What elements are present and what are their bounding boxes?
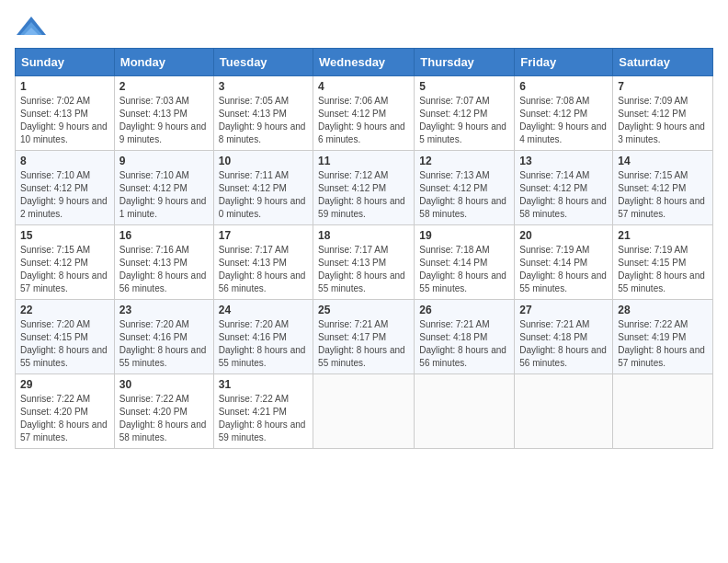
day-info: Sunrise: 7:12 AMSunset: 4:12 PMDaylight:… xyxy=(318,170,405,219)
calendar-cell xyxy=(515,374,613,449)
calendar-cell: 3Sunrise: 7:05 AMSunset: 4:13 PMDaylight… xyxy=(213,76,313,151)
day-number: 26 xyxy=(419,304,509,316)
header-day-thursday: Thursday xyxy=(415,49,515,76)
day-info: Sunrise: 7:20 AMSunset: 4:16 PMDaylight:… xyxy=(119,319,207,368)
day-info: Sunrise: 7:11 AMSunset: 4:12 PMDaylight:… xyxy=(219,170,306,219)
calendar-cell: 7Sunrise: 7:09 AMSunset: 4:12 PMDaylight… xyxy=(613,76,713,151)
day-info: Sunrise: 7:14 AMSunset: 4:12 PMDaylight:… xyxy=(519,170,607,219)
day-info: Sunrise: 7:21 AMSunset: 4:17 PMDaylight:… xyxy=(318,319,405,368)
day-number: 28 xyxy=(618,304,708,316)
day-info: Sunrise: 7:05 AMSunset: 4:13 PMDaylight:… xyxy=(219,96,306,144)
day-info: Sunrise: 7:22 AMSunset: 4:20 PMDaylight:… xyxy=(20,394,108,442)
week-row-5: 29Sunrise: 7:22 AMSunset: 4:20 PMDayligh… xyxy=(16,374,713,449)
day-info: Sunrise: 7:22 AMSunset: 4:19 PMDaylight:… xyxy=(618,319,705,368)
header-day-friday: Friday xyxy=(515,49,613,76)
day-number: 19 xyxy=(419,229,509,242)
calendar-cell xyxy=(613,374,713,449)
calendar-cell: 20Sunrise: 7:19 AMSunset: 4:14 PMDayligh… xyxy=(515,225,613,300)
day-number: 9 xyxy=(119,155,209,167)
day-info: Sunrise: 7:20 AMSunset: 4:15 PMDaylight:… xyxy=(20,319,108,368)
day-info: Sunrise: 7:19 AMSunset: 4:15 PMDaylight:… xyxy=(618,245,705,293)
calendar-cell: 5Sunrise: 7:07 AMSunset: 4:12 PMDaylight… xyxy=(415,76,515,151)
day-info: Sunrise: 7:22 AMSunset: 4:21 PMDaylight:… xyxy=(219,394,306,442)
calendar-header-row: SundayMondayTuesdayWednesdayThursdayFrid… xyxy=(16,49,713,76)
day-number: 30 xyxy=(119,378,209,391)
day-number: 4 xyxy=(318,80,409,93)
day-info: Sunrise: 7:02 AMSunset: 4:13 PMDaylight:… xyxy=(20,96,108,144)
week-row-4: 22Sunrise: 7:20 AMSunset: 4:15 PMDayligh… xyxy=(16,300,713,374)
day-number: 3 xyxy=(219,80,308,93)
calendar-cell: 15Sunrise: 7:15 AMSunset: 4:12 PMDayligh… xyxy=(16,225,115,300)
day-number: 10 xyxy=(219,155,308,167)
calendar-cell: 14Sunrise: 7:15 AMSunset: 4:12 PMDayligh… xyxy=(613,151,713,225)
day-number: 15 xyxy=(20,229,109,242)
calendar-cell xyxy=(415,374,515,449)
day-number: 23 xyxy=(119,304,209,316)
day-info: Sunrise: 7:06 AMSunset: 4:12 PMDaylight:… xyxy=(318,96,405,144)
calendar-cell: 28Sunrise: 7:22 AMSunset: 4:19 PMDayligh… xyxy=(613,300,713,374)
day-info: Sunrise: 7:16 AMSunset: 4:13 PMDaylight:… xyxy=(119,245,207,293)
day-number: 8 xyxy=(20,155,109,167)
calendar-cell: 1Sunrise: 7:02 AMSunset: 4:13 PMDaylight… xyxy=(16,76,115,151)
calendar-cell: 26Sunrise: 7:21 AMSunset: 4:18 PMDayligh… xyxy=(415,300,515,374)
header-day-saturday: Saturday xyxy=(613,49,713,76)
calendar-cell: 8Sunrise: 7:10 AMSunset: 4:12 PMDaylight… xyxy=(16,151,115,225)
day-info: Sunrise: 7:18 AMSunset: 4:14 PMDaylight:… xyxy=(419,245,506,293)
day-number: 2 xyxy=(119,80,209,93)
day-info: Sunrise: 7:22 AMSunset: 4:20 PMDaylight:… xyxy=(119,394,207,442)
day-number: 27 xyxy=(519,304,608,316)
day-number: 14 xyxy=(618,155,708,167)
calendar-cell: 30Sunrise: 7:22 AMSunset: 4:20 PMDayligh… xyxy=(114,374,213,449)
day-number: 1 xyxy=(20,80,109,93)
calendar-cell: 12Sunrise: 7:13 AMSunset: 4:12 PMDayligh… xyxy=(415,151,515,225)
calendar-cell: 11Sunrise: 7:12 AMSunset: 4:12 PMDayligh… xyxy=(313,151,415,225)
day-number: 31 xyxy=(219,378,308,391)
day-info: Sunrise: 7:21 AMSunset: 4:18 PMDaylight:… xyxy=(419,319,506,368)
day-info: Sunrise: 7:10 AMSunset: 4:12 PMDaylight:… xyxy=(119,170,207,219)
calendar-cell: 6Sunrise: 7:08 AMSunset: 4:12 PMDaylight… xyxy=(515,76,613,151)
header-day-monday: Monday xyxy=(114,49,213,76)
calendar-cell: 24Sunrise: 7:20 AMSunset: 4:16 PMDayligh… xyxy=(213,300,313,374)
calendar-body: 1Sunrise: 7:02 AMSunset: 4:13 PMDaylight… xyxy=(16,76,713,449)
calendar-cell: 21Sunrise: 7:19 AMSunset: 4:15 PMDayligh… xyxy=(613,225,713,300)
day-info: Sunrise: 7:20 AMSunset: 4:16 PMDaylight:… xyxy=(219,319,306,368)
calendar-cell: 25Sunrise: 7:21 AMSunset: 4:17 PMDayligh… xyxy=(313,300,415,374)
header-day-wednesday: Wednesday xyxy=(313,49,415,76)
calendar-cell: 29Sunrise: 7:22 AMSunset: 4:20 PMDayligh… xyxy=(16,374,115,449)
day-info: Sunrise: 7:17 AMSunset: 4:13 PMDaylight:… xyxy=(219,245,306,293)
day-number: 17 xyxy=(219,229,308,242)
calendar-cell: 2Sunrise: 7:03 AMSunset: 4:13 PMDaylight… xyxy=(114,76,213,151)
day-info: Sunrise: 7:15 AMSunset: 4:12 PMDaylight:… xyxy=(618,170,705,219)
day-info: Sunrise: 7:08 AMSunset: 4:12 PMDaylight:… xyxy=(519,96,607,144)
day-number: 29 xyxy=(20,378,109,391)
day-info: Sunrise: 7:15 AMSunset: 4:12 PMDaylight:… xyxy=(20,245,108,293)
calendar-cell: 16Sunrise: 7:16 AMSunset: 4:13 PMDayligh… xyxy=(114,225,213,300)
calendar-cell: 31Sunrise: 7:22 AMSunset: 4:21 PMDayligh… xyxy=(213,374,313,449)
calendar-cell: 13Sunrise: 7:14 AMSunset: 4:12 PMDayligh… xyxy=(515,151,613,225)
day-number: 12 xyxy=(419,155,509,167)
calendar-cell: 27Sunrise: 7:21 AMSunset: 4:18 PMDayligh… xyxy=(515,300,613,374)
day-info: Sunrise: 7:10 AMSunset: 4:12 PMDaylight:… xyxy=(20,170,108,219)
day-number: 22 xyxy=(20,304,109,316)
day-number: 20 xyxy=(519,229,608,242)
logo-icon xyxy=(15,15,48,40)
day-info: Sunrise: 7:21 AMSunset: 4:18 PMDaylight:… xyxy=(519,319,607,368)
day-number: 6 xyxy=(519,80,608,93)
week-row-1: 1Sunrise: 7:02 AMSunset: 4:13 PMDaylight… xyxy=(16,76,713,151)
day-number: 11 xyxy=(318,155,409,167)
day-number: 25 xyxy=(318,304,409,316)
header-day-tuesday: Tuesday xyxy=(213,49,313,76)
week-row-2: 8Sunrise: 7:10 AMSunset: 4:12 PMDaylight… xyxy=(16,151,713,225)
header xyxy=(15,15,713,40)
calendar-cell xyxy=(313,374,415,449)
day-info: Sunrise: 7:09 AMSunset: 4:12 PMDaylight:… xyxy=(618,96,705,144)
day-info: Sunrise: 7:19 AMSunset: 4:14 PMDaylight:… xyxy=(519,245,607,293)
calendar-cell: 22Sunrise: 7:20 AMSunset: 4:15 PMDayligh… xyxy=(16,300,115,374)
day-info: Sunrise: 7:17 AMSunset: 4:13 PMDaylight:… xyxy=(318,245,405,293)
day-info: Sunrise: 7:13 AMSunset: 4:12 PMDaylight:… xyxy=(419,170,506,219)
day-number: 5 xyxy=(419,80,509,93)
day-number: 13 xyxy=(519,155,608,167)
calendar-table: SundayMondayTuesdayWednesdayThursdayFrid… xyxy=(15,48,713,449)
calendar-cell: 10Sunrise: 7:11 AMSunset: 4:12 PMDayligh… xyxy=(213,151,313,225)
week-row-3: 15Sunrise: 7:15 AMSunset: 4:12 PMDayligh… xyxy=(16,225,713,300)
